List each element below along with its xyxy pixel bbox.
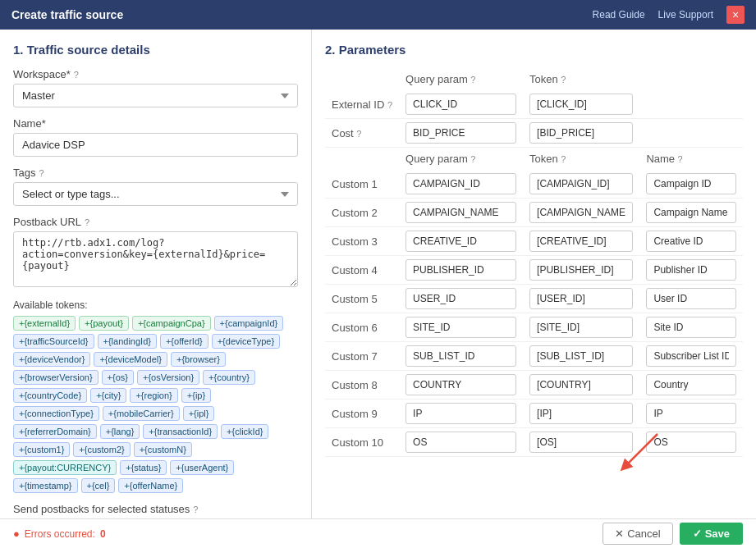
- custom-query-input-8[interactable]: [405, 374, 516, 395]
- custom-query-input-9[interactable]: [405, 403, 516, 424]
- token-browserVersion[interactable]: +{browserVersion}: [13, 370, 99, 385]
- right-section-title: 2. Parameters: [325, 43, 743, 57]
- token-campaignId[interactable]: +{campaignId}: [214, 316, 284, 331]
- custom-query-input-6[interactable]: [405, 317, 516, 338]
- custom-token-input-1[interactable]: [529, 173, 633, 194]
- custom-name-input-10[interactable]: [646, 432, 736, 453]
- token-transactionId[interactable]: +{transactionId}: [143, 424, 218, 439]
- external-id-row: External ID ?: [325, 90, 743, 119]
- token-lang[interactable]: +{lang}: [100, 424, 140, 439]
- custom-token-input-7[interactable]: [529, 345, 633, 367]
- cost-help-icon[interactable]: ?: [356, 129, 361, 139]
- custom-token-input-4[interactable]: [529, 259, 633, 281]
- token-ipl[interactable]: +{ipl}: [183, 406, 215, 421]
- postback-url-help-icon[interactable]: ?: [85, 217, 89, 227]
- custom-name-input-7[interactable]: [646, 345, 736, 367]
- token-custom1[interactable]: +{custom1}: [13, 442, 70, 457]
- custom-row-7: Custom 7: [325, 342, 743, 371]
- workspace-select[interactable]: Master: [13, 84, 298, 107]
- token-connectionType[interactable]: +{connectionType}: [13, 406, 99, 421]
- cost-query-cell: [399, 119, 523, 148]
- custom-query-input-5[interactable]: [405, 288, 516, 309]
- custom-query-cell-6: [399, 313, 523, 342]
- token-payout[interactable]: +{payout}: [79, 316, 129, 331]
- token-offerId[interactable]: +{offerId}: [160, 334, 208, 349]
- custom-query-input-4[interactable]: [405, 259, 516, 281]
- tags-help-icon[interactable]: ?: [39, 168, 44, 178]
- live-support-link[interactable]: Live Support: [658, 9, 713, 21]
- custom-name-input-5[interactable]: [646, 288, 736, 309]
- custom-query-input-1[interactable]: [405, 173, 516, 194]
- postback-statuses-help-icon[interactable]: ?: [193, 505, 198, 514]
- token-ip[interactable]: +{ip}: [181, 388, 211, 403]
- custom-query-input-7[interactable]: [405, 345, 516, 367]
- external-id-token-input[interactable]: [529, 94, 633, 115]
- custom-query-help-icon[interactable]: ?: [470, 154, 475, 164]
- token-userAgent[interactable]: +{userAgent}: [170, 460, 234, 475]
- close-button[interactable]: ×: [726, 6, 745, 24]
- token-landingId[interactable]: +{landingId}: [98, 334, 157, 349]
- token-deviceVendor[interactable]: +{deviceVendor}: [13, 352, 90, 367]
- token-mobileCarrier[interactable]: +{mobileCarrier}: [103, 406, 180, 421]
- query-param-help-icon[interactable]: ?: [470, 75, 475, 84]
- token-countryCode[interactable]: +{countryCode}: [13, 388, 87, 403]
- external-id-query-input[interactable]: [405, 94, 516, 115]
- cost-query-input[interactable]: [405, 122, 516, 144]
- tags-select[interactable]: Select or type tags...: [13, 182, 298, 206]
- name-input[interactable]: [13, 133, 298, 157]
- custom-name-input-2[interactable]: [646, 202, 736, 223]
- token-osVersion[interactable]: +{osVersion}: [137, 370, 199, 385]
- postback-url-textarea[interactable]: http://rtb.adx1.com/log?action=conversio…: [13, 231, 298, 287]
- token-country[interactable]: +{country}: [203, 370, 255, 385]
- custom-header-row: Query param ? Token ? Name ?: [325, 148, 743, 171]
- read-guide-link[interactable]: Read Guide: [593, 9, 645, 21]
- custom-name-input-3[interactable]: [646, 231, 736, 252]
- custom-name-input-6[interactable]: [646, 317, 736, 338]
- token-trafficSourceId[interactable]: +{trafficSourceId}: [13, 334, 94, 349]
- token-payoutCurrency[interactable]: +{payout:CURRENCY}: [13, 460, 117, 475]
- custom-query-cell-1: [399, 170, 523, 199]
- token-os[interactable]: +{os}: [102, 370, 134, 385]
- token-deviceType[interactable]: +{deviceType}: [212, 334, 280, 349]
- custom-token-input-8[interactable]: [529, 374, 633, 395]
- custom-query-input-2[interactable]: [405, 202, 516, 223]
- token-cel[interactable]: +{cel}: [81, 478, 116, 493]
- cost-token-input[interactable]: [529, 122, 633, 144]
- token-clickId[interactable]: +{clickId}: [221, 424, 268, 439]
- token-offerName[interactable]: +{offerName}: [118, 478, 183, 493]
- custom-query-input-3[interactable]: [405, 231, 516, 252]
- custom-token-input-6[interactable]: [529, 317, 633, 338]
- token-referrerDomain[interactable]: +{referrerDomain}: [13, 424, 97, 439]
- custom-token-input-3[interactable]: [529, 231, 633, 252]
- external-id-help-icon[interactable]: ?: [387, 100, 392, 110]
- token-browser[interactable]: +{browser}: [171, 352, 226, 367]
- custom-label-6: Custom 6: [325, 313, 399, 342]
- custom-label-3: Custom 3: [325, 227, 399, 256]
- custom-query-input-10[interactable]: [405, 432, 516, 453]
- token-custom2[interactable]: +{custom2}: [73, 442, 130, 457]
- token-externalId[interactable]: +{externalId}: [13, 316, 76, 331]
- save-button[interactable]: ✓ Save: [680, 523, 743, 545]
- cancel-button[interactable]: ✕ Cancel: [603, 523, 672, 545]
- token-campaignCpa[interactable]: +{campaignCpa}: [132, 316, 211, 331]
- custom-name-input-9[interactable]: [646, 403, 736, 424]
- token-status[interactable]: +{status}: [120, 460, 167, 475]
- token-deviceModel[interactable]: +{deviceModel}: [94, 352, 167, 367]
- custom-name-help-icon[interactable]: ?: [677, 154, 682, 164]
- custom-token-help-icon[interactable]: ?: [561, 154, 566, 164]
- token-city[interactable]: +{city}: [90, 388, 126, 403]
- col-header-query: Query param ?: [399, 68, 523, 90]
- token-region[interactable]: +{region}: [130, 388, 177, 403]
- custom-token-input-10[interactable]: [529, 432, 633, 453]
- custom-name-input-8[interactable]: [646, 374, 736, 395]
- custom-token-input-2[interactable]: [529, 202, 633, 223]
- custom-token-input-5[interactable]: [529, 288, 633, 309]
- token-timestamp[interactable]: +{timestamp}: [13, 478, 78, 493]
- token-help-icon[interactable]: ?: [561, 75, 566, 84]
- custom-name-input-4[interactable]: [646, 259, 736, 281]
- workspace-help-icon[interactable]: ?: [74, 70, 79, 80]
- error-icon: ●: [13, 527, 20, 540]
- token-customN[interactable]: +{customN}: [134, 442, 192, 457]
- custom-name-input-1[interactable]: [646, 173, 736, 194]
- custom-token-input-9[interactable]: [529, 403, 633, 424]
